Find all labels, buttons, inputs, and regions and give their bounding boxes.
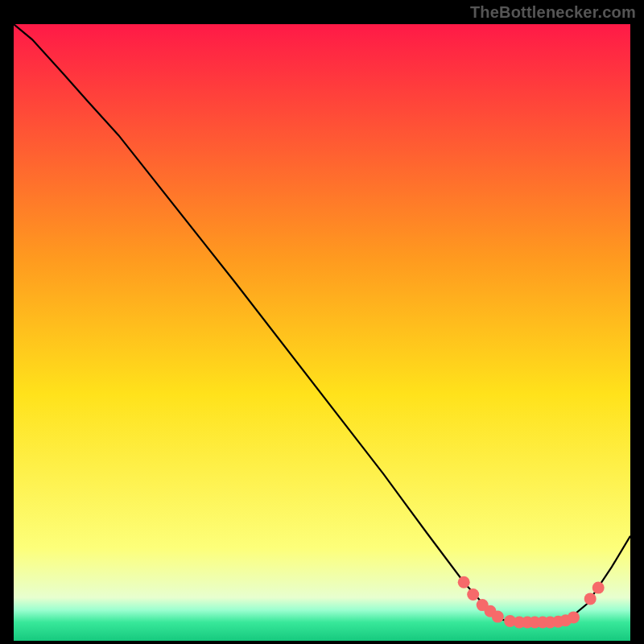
attribution-text: TheBottlenecker.com [470, 3, 636, 22]
curve-marker [584, 592, 597, 605]
bottleneck-chart [14, 24, 630, 641]
gradient-background [14, 24, 630, 641]
curve-marker [568, 611, 580, 623]
curve-marker [467, 588, 479, 601]
curve-marker [458, 576, 470, 588]
curve-marker [592, 582, 605, 594]
chart-frame: TheBottlenecker.com [0, 0, 644, 644]
curve-marker [492, 611, 504, 623]
